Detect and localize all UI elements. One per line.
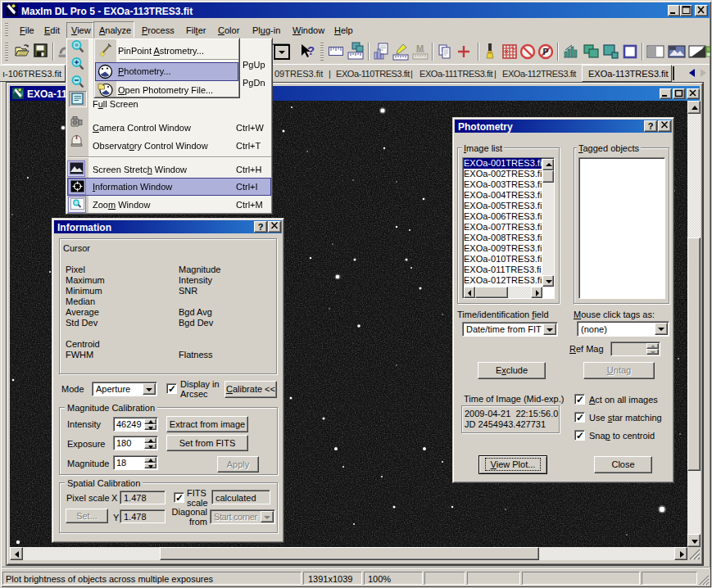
svg-text:?: ? bbox=[307, 43, 315, 57]
svg-text:P: P bbox=[543, 47, 549, 57]
